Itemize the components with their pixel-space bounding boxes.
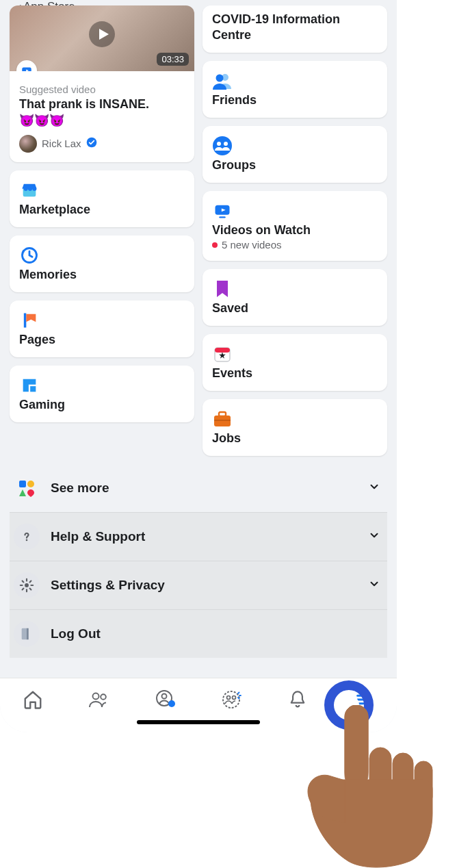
phone-frame: App Store 03:33 Suggested	[0, 0, 397, 732]
logout-label: Log Out	[51, 626, 380, 641]
svg-line-32	[23, 581, 24, 583]
logout-icon	[14, 621, 40, 647]
svg-point-12	[217, 142, 221, 146]
covid-card[interactable]: COVID-19 Information Centre	[203, 5, 387, 53]
pages-icon	[19, 310, 40, 331]
help-icon	[14, 524, 40, 550]
svg-line-35	[23, 589, 24, 590]
video-emojis: 😈😈😈	[19, 113, 185, 128]
svg-point-13	[224, 142, 228, 146]
menu-rows: See more Help & Support Settings & Priva…	[10, 464, 387, 658]
svg-rect-8	[30, 386, 36, 392]
events-icon: ★	[212, 344, 233, 364]
saved-icon	[212, 279, 233, 299]
home-indicator	[137, 720, 260, 724]
marketplace-label: Marketplace	[19, 203, 185, 217]
svg-rect-22	[214, 420, 231, 421]
svg-line-34	[30, 581, 31, 583]
chevron-down-icon	[368, 529, 380, 544]
svg-point-27	[25, 583, 29, 587]
friends-icon	[212, 71, 233, 91]
suggested-label: Suggested video	[19, 84, 185, 95]
events-label: Events	[212, 366, 378, 381]
see-more-icon	[14, 475, 40, 501]
saved-card[interactable]: Saved	[203, 269, 387, 326]
svg-point-41	[161, 694, 166, 699]
watch-badge-icon	[16, 60, 37, 71]
friends-label: Friends	[212, 93, 378, 107]
svg-point-10	[216, 75, 224, 82]
svg-rect-23	[19, 481, 26, 487]
svg-point-39	[101, 694, 106, 700]
memories-label: Memories	[19, 268, 185, 282]
svg-point-44	[227, 696, 231, 700]
svg-point-26	[26, 539, 28, 541]
jobs-icon	[212, 409, 233, 429]
svg-point-24	[27, 481, 34, 487]
marketplace-card[interactable]: Marketplace	[10, 170, 194, 227]
jobs-card[interactable]: Jobs	[203, 399, 387, 456]
see-more-label: See more	[51, 481, 357, 496]
friends-tab[interactable]	[88, 688, 111, 711]
watch-sub: 5 new videos	[212, 239, 378, 251]
svg-point-11	[213, 136, 232, 155]
home-tab[interactable]	[21, 688, 44, 711]
shortcut-grid: 03:33 Suggested video That prank is INSA…	[10, 5, 387, 456]
author-avatar	[19, 135, 37, 153]
svg-marker-25	[19, 489, 26, 496]
video-body: Suggested video That prank is INSANE. 😈😈…	[10, 71, 194, 162]
play-icon	[88, 21, 116, 48]
pages-label: Pages	[19, 333, 185, 347]
svg-point-45	[233, 696, 236, 700]
memories-card[interactable]: Memories	[10, 235, 194, 292]
friends-card[interactable]: Friends	[203, 61, 387, 118]
settings-label: Settings & Privacy	[51, 578, 357, 593]
groups-card[interactable]: Groups	[203, 126, 387, 183]
groups-tab[interactable]	[220, 688, 243, 711]
see-more-row[interactable]: See more	[10, 464, 387, 512]
author-name: Rick Lax	[42, 138, 81, 149]
watch-sub-text: 5 new videos	[222, 239, 282, 251]
help-support-row[interactable]: Help & Support	[10, 512, 387, 561]
svg-rect-37	[27, 628, 29, 640]
watch-label: Videos on Watch	[212, 223, 378, 238]
svg-point-43	[223, 691, 239, 708]
gaming-label: Gaming	[19, 398, 185, 412]
new-dot-icon	[212, 242, 218, 248]
profile-tab[interactable]	[154, 688, 177, 711]
svg-rect-16	[219, 216, 225, 218]
gaming-card[interactable]: Gaming	[10, 366, 194, 422]
svg-point-42	[168, 700, 175, 707]
gaming-icon	[19, 375, 40, 396]
covid-label: COVID-19 Information Centre	[212, 12, 378, 42]
groups-icon	[212, 136, 233, 156]
memories-icon	[19, 245, 40, 266]
svg-rect-7	[24, 313, 27, 327]
video-title: That prank is INSANE.	[19, 97, 185, 112]
log-out-row[interactable]: Log Out	[10, 609, 387, 658]
video-duration: 03:33	[157, 53, 189, 66]
settings-privacy-row[interactable]: Settings & Privacy	[10, 561, 387, 609]
marketplace-icon	[19, 180, 40, 201]
suggested-video-card[interactable]: 03:33 Suggested video That prank is INSA…	[10, 5, 194, 162]
saved-label: Saved	[212, 301, 378, 316]
right-column: COVID-19 Information Centre Friends Grou…	[203, 5, 387, 456]
svg-text:★: ★	[219, 351, 226, 359]
svg-line-33	[30, 589, 31, 590]
menu-content: 03:33 Suggested video That prank is INSA…	[0, 5, 397, 732]
pages-card[interactable]: Pages	[10, 301, 194, 357]
watch-card[interactable]: Videos on Watch 5 new videos	[203, 191, 387, 261]
video-author: Rick Lax	[19, 135, 185, 153]
left-column: 03:33 Suggested video That prank is INSA…	[10, 5, 194, 456]
pointer-hand-icon	[301, 705, 445, 868]
chevron-down-icon	[368, 481, 380, 496]
help-label: Help & Support	[51, 529, 357, 544]
watch-icon	[212, 201, 233, 221]
groups-label: Groups	[212, 158, 378, 173]
svg-rect-50	[345, 705, 368, 787]
events-card[interactable]: ★ Events	[203, 334, 387, 391]
svg-rect-21	[219, 412, 226, 416]
jobs-label: Jobs	[212, 431, 378, 446]
chevron-down-icon	[368, 578, 380, 593]
video-thumbnail: 03:33	[10, 5, 194, 71]
